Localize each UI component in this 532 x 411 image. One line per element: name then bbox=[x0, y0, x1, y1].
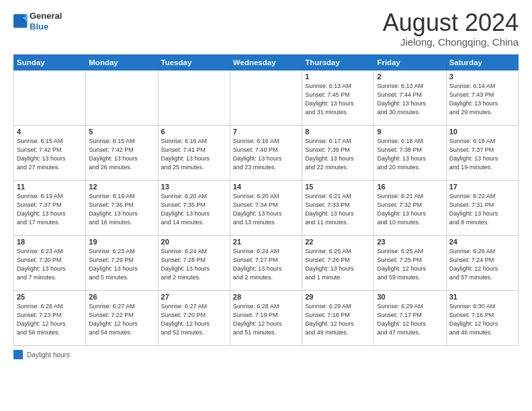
day-info: Sunrise: 6:29 AM Sunset: 7:18 PM Dayligh… bbox=[305, 302, 371, 337]
calendar-header-row: Sunday Monday Tuesday Wednesday Thursday… bbox=[14, 55, 519, 71]
calendar-cell: 12Sunrise: 6:19 AM Sunset: 7:36 PM Dayli… bbox=[86, 181, 158, 236]
calendar-cell bbox=[158, 71, 230, 126]
day-info: Sunrise: 6:28 AM Sunset: 7:19 PM Dayligh… bbox=[233, 302, 299, 337]
logo-line1: General bbox=[30, 11, 62, 21]
calendar-cell: 16Sunrise: 6:21 AM Sunset: 7:32 PM Dayli… bbox=[374, 181, 446, 236]
calendar-cell: 21Sunrise: 6:24 AM Sunset: 7:27 PM Dayli… bbox=[230, 236, 302, 291]
day-info: Sunrise: 6:24 AM Sunset: 7:28 PM Dayligh… bbox=[161, 247, 227, 282]
calendar-cell: 1Sunrise: 6:13 AM Sunset: 7:45 PM Daylig… bbox=[302, 71, 374, 126]
col-saturday: Saturday bbox=[446, 55, 518, 71]
calendar-cell: 31Sunrise: 6:30 AM Sunset: 7:16 PM Dayli… bbox=[446, 291, 518, 346]
day-info: Sunrise: 6:14 AM Sunset: 7:43 PM Dayligh… bbox=[449, 82, 515, 117]
calendar-cell: 8Sunrise: 6:17 AM Sunset: 7:39 PM Daylig… bbox=[302, 126, 374, 181]
day-info: Sunrise: 6:13 AM Sunset: 7:44 PM Dayligh… bbox=[377, 82, 443, 117]
calendar-cell bbox=[14, 71, 86, 126]
day-info: Sunrise: 6:19 AM Sunset: 7:36 PM Dayligh… bbox=[89, 192, 154, 227]
calendar-cell: 22Sunrise: 6:25 AM Sunset: 7:26 PM Dayli… bbox=[302, 236, 374, 291]
week-row-3: 11Sunrise: 6:19 AM Sunset: 7:37 PM Dayli… bbox=[14, 181, 519, 236]
day-number: 26 bbox=[89, 293, 154, 301]
logo-line2: Blue bbox=[30, 21, 62, 32]
day-number: 6 bbox=[161, 128, 227, 136]
day-info: Sunrise: 6:15 AM Sunset: 7:42 PM Dayligh… bbox=[17, 137, 83, 172]
day-number: 19 bbox=[89, 238, 154, 246]
day-number: 1 bbox=[305, 73, 371, 81]
week-row-1: 1Sunrise: 6:13 AM Sunset: 7:45 PM Daylig… bbox=[14, 71, 519, 126]
day-number: 21 bbox=[233, 238, 299, 246]
day-number: 13 bbox=[161, 183, 227, 191]
calendar-cell: 6Sunrise: 6:16 AM Sunset: 7:41 PM Daylig… bbox=[158, 126, 230, 181]
legend: Daylight hours bbox=[13, 350, 519, 359]
day-number: 7 bbox=[233, 128, 299, 136]
calendar-cell: 13Sunrise: 6:20 AM Sunset: 7:35 PM Dayli… bbox=[158, 181, 230, 236]
day-number: 27 bbox=[161, 293, 227, 301]
day-number: 12 bbox=[89, 183, 154, 191]
day-info: Sunrise: 6:16 AM Sunset: 7:40 PM Dayligh… bbox=[233, 137, 299, 172]
logo-icon bbox=[13, 14, 28, 29]
calendar-cell bbox=[86, 71, 158, 126]
day-number: 8 bbox=[305, 128, 371, 136]
day-info: Sunrise: 6:30 AM Sunset: 7:16 PM Dayligh… bbox=[449, 302, 515, 337]
day-info: Sunrise: 6:25 AM Sunset: 7:25 PM Dayligh… bbox=[377, 247, 443, 282]
day-info: Sunrise: 6:27 AM Sunset: 7:22 PM Dayligh… bbox=[89, 302, 154, 337]
day-info: Sunrise: 6:20 AM Sunset: 7:35 PM Dayligh… bbox=[161, 192, 227, 227]
col-thursday: Thursday bbox=[302, 55, 374, 71]
day-info: Sunrise: 6:20 AM Sunset: 7:34 PM Dayligh… bbox=[233, 192, 299, 227]
day-number: 29 bbox=[305, 293, 371, 301]
page-header: General Blue August 2024 Jielong, Chongq… bbox=[13, 11, 519, 48]
calendar-cell: 30Sunrise: 6:29 AM Sunset: 7:17 PM Dayli… bbox=[374, 291, 446, 346]
day-number: 3 bbox=[449, 73, 515, 81]
day-info: Sunrise: 6:25 AM Sunset: 7:26 PM Dayligh… bbox=[305, 247, 371, 282]
calendar-cell: 4Sunrise: 6:15 AM Sunset: 7:42 PM Daylig… bbox=[14, 126, 86, 181]
day-number: 24 bbox=[449, 238, 515, 246]
day-info: Sunrise: 6:23 AM Sunset: 7:29 PM Dayligh… bbox=[89, 247, 154, 282]
day-info: Sunrise: 6:21 AM Sunset: 7:33 PM Dayligh… bbox=[305, 192, 371, 227]
calendar-cell: 25Sunrise: 6:26 AM Sunset: 7:23 PM Dayli… bbox=[14, 291, 86, 346]
legend-color-box bbox=[13, 350, 23, 359]
day-info: Sunrise: 6:23 AM Sunset: 7:30 PM Dayligh… bbox=[17, 247, 83, 282]
week-row-5: 25Sunrise: 6:26 AM Sunset: 7:23 PM Dayli… bbox=[14, 291, 519, 346]
col-monday: Monday bbox=[86, 55, 158, 71]
day-number: 2 bbox=[377, 73, 443, 81]
calendar-cell bbox=[230, 71, 302, 126]
col-friday: Friday bbox=[374, 55, 446, 71]
day-number: 11 bbox=[17, 183, 83, 191]
calendar-cell: 20Sunrise: 6:24 AM Sunset: 7:28 PM Dayli… bbox=[158, 236, 230, 291]
calendar-cell: 14Sunrise: 6:20 AM Sunset: 7:34 PM Dayli… bbox=[230, 181, 302, 236]
title-block: August 2024 Jielong, Chongqing, China bbox=[383, 11, 519, 48]
day-number: 4 bbox=[17, 128, 83, 136]
col-sunday: Sunday bbox=[14, 55, 86, 71]
day-info: Sunrise: 6:24 AM Sunset: 7:27 PM Dayligh… bbox=[233, 247, 299, 282]
legend-label: Daylight hours bbox=[27, 351, 70, 359]
day-number: 16 bbox=[377, 183, 443, 191]
calendar-cell: 3Sunrise: 6:14 AM Sunset: 7:43 PM Daylig… bbox=[446, 71, 518, 126]
day-info: Sunrise: 6:26 AM Sunset: 7:23 PM Dayligh… bbox=[17, 302, 83, 337]
calendar-cell: 2Sunrise: 6:13 AM Sunset: 7:44 PM Daylig… bbox=[374, 71, 446, 126]
week-row-2: 4Sunrise: 6:15 AM Sunset: 7:42 PM Daylig… bbox=[14, 126, 519, 181]
week-row-4: 18Sunrise: 6:23 AM Sunset: 7:30 PM Dayli… bbox=[14, 236, 519, 291]
day-number: 30 bbox=[377, 293, 443, 301]
calendar-cell: 29Sunrise: 6:29 AM Sunset: 7:18 PM Dayli… bbox=[302, 291, 374, 346]
day-number: 17 bbox=[449, 183, 515, 191]
day-info: Sunrise: 6:18 AM Sunset: 7:38 PM Dayligh… bbox=[377, 137, 443, 172]
calendar-cell: 28Sunrise: 6:28 AM Sunset: 7:19 PM Dayli… bbox=[230, 291, 302, 346]
day-number: 23 bbox=[377, 238, 443, 246]
calendar-cell: 18Sunrise: 6:23 AM Sunset: 7:30 PM Dayli… bbox=[14, 236, 86, 291]
day-info: Sunrise: 6:29 AM Sunset: 7:17 PM Dayligh… bbox=[377, 302, 443, 337]
day-number: 14 bbox=[233, 183, 299, 191]
calendar-cell: 5Sunrise: 6:15 AM Sunset: 7:42 PM Daylig… bbox=[86, 126, 158, 181]
day-number: 5 bbox=[89, 128, 154, 136]
day-number: 9 bbox=[377, 128, 443, 136]
day-info: Sunrise: 6:16 AM Sunset: 7:41 PM Dayligh… bbox=[161, 137, 227, 172]
day-number: 15 bbox=[305, 183, 371, 191]
day-number: 22 bbox=[305, 238, 371, 246]
calendar-cell: 26Sunrise: 6:27 AM Sunset: 7:22 PM Dayli… bbox=[86, 291, 158, 346]
day-number: 10 bbox=[449, 128, 515, 136]
svg-rect-0 bbox=[13, 14, 28, 28]
day-info: Sunrise: 6:18 AM Sunset: 7:37 PM Dayligh… bbox=[449, 137, 515, 172]
col-tuesday: Tuesday bbox=[158, 55, 230, 71]
calendar-cell: 10Sunrise: 6:18 AM Sunset: 7:37 PM Dayli… bbox=[446, 126, 518, 181]
location: Jielong, Chongqing, China bbox=[383, 36, 519, 48]
day-number: 28 bbox=[233, 293, 299, 301]
day-number: 18 bbox=[17, 238, 83, 246]
day-info: Sunrise: 6:13 AM Sunset: 7:45 PM Dayligh… bbox=[305, 82, 371, 117]
